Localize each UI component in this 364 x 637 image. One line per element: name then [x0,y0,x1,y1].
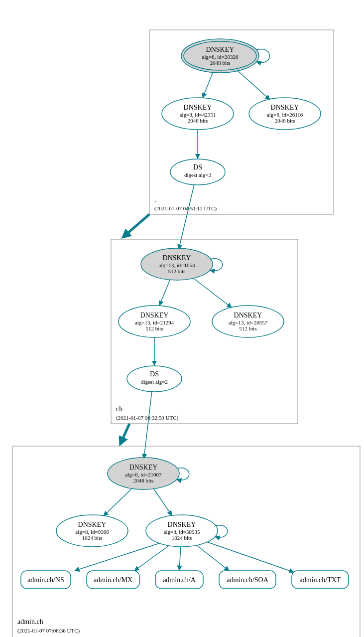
node-admin-zsk1: DNSKEY alg=8, id=9366 1024 bits [56,515,128,547]
edge-zsk2-mx [134,545,169,571]
node-rr-mx: admin.ch/MX [87,571,139,589]
svg-text:DS: DS [150,370,159,378]
svg-text:admin.ch/MX: admin.ch/MX [94,576,132,584]
svg-text:512 bits: 512 bits [239,325,256,331]
svg-text:1024 bits: 1024 bits [82,535,103,541]
node-ch-ds: DS digest alg=2 [127,366,182,392]
svg-text:alg=8, id=21007: alg=8, id=21007 [125,472,162,478]
node-root-zsk1: DNSKEY alg=8, id=42351 2048 bits [162,98,234,130]
edge-adminksk-zsk2 [153,488,172,515]
svg-text:DNSKEY: DNSKEY [271,104,299,111]
svg-text:DNSKEY: DNSKEY [184,104,212,111]
zone-root-timestamp: (2021-01-07 04:51:12 UTC) [154,205,217,212]
node-ch-zsk1: DNSKEY alg=13, id=21294 512 bits [119,306,190,337]
svg-text:admin.ch/A: admin.ch/A [163,576,196,584]
zone-root-name: . [154,196,156,203]
edge-adminksk-zsk1 [104,488,132,516]
node-root-zsk2: DNSKEY alg=8, id=26116 2048 bits [249,98,321,130]
svg-text:digest alg=2: digest alg=2 [141,379,168,385]
svg-text:DNSKEY: DNSKEY [78,521,107,528]
node-admin-ksk: DNSKEY alg=8, id=21007 2048 bits [108,458,179,489]
svg-text:alg=8, id=26116: alg=8, id=26116 [267,112,303,118]
edge-root-to-ch-deleg [123,214,149,237]
svg-text:2048 bits: 2048 bits [210,60,231,66]
node-rr-ns: admin.ch/NS [21,571,71,589]
edge-chksk-zsk2 [193,278,232,308]
edge-chksk-zsk1 [159,279,170,306]
zone-ch-name: ch [116,405,122,413]
svg-text:alg=8, id=42351: alg=8, id=42351 [180,112,216,118]
svg-text:alg=13, id=21294: alg=13, id=21294 [135,319,174,325]
svg-text:DNSKEY: DNSKEY [234,312,262,319]
dnssec-diagram: . (2021-01-07 04:51:12 UTC) DNSKEY alg=8… [5,5,364,637]
node-rr-txt: admin.ch/TXT [292,571,349,589]
svg-text:DNSKEY: DNSKEY [168,521,196,528]
zone-admin-timestamp: (2021-01-07 07:08:36 UTC) [17,628,80,634]
zone-admin-name: admin.ch [17,618,43,626]
svg-text:DNSKEY: DNSKEY [163,254,191,262]
edge-zsk2-soa [197,545,229,571]
node-ch-zsk2: DNSKEY alg=13, id=26557 512 bits [212,306,284,337]
svg-text:DNSKEY: DNSKEY [140,312,169,319]
zone-ch-timestamp: (2021-01-07 06:32:50 UTC) [116,415,179,421]
svg-text:alg=13, id=26557: alg=13, id=26557 [229,319,268,325]
svg-text:alg=8, id=58935: alg=8, id=58935 [164,529,200,535]
svg-text:admin.ch/NS: admin.ch/NS [27,576,64,584]
edge-rootksk-zsk2 [237,70,270,100]
svg-text:2048 bits: 2048 bits [275,118,295,124]
node-root-ds: DS digest alg=2 [170,159,225,185]
svg-text:admin.ch/SOA: admin.ch/SOA [227,576,268,584]
svg-text:alg=8, id=9366: alg=8, id=9366 [75,529,109,535]
svg-text:alg=8, id=20326: alg=8, id=20326 [202,54,239,60]
edge-zsk2-txt [207,542,294,572]
svg-text:2048 bits: 2048 bits [188,118,208,124]
svg-text:DS: DS [193,163,202,171]
svg-text:512 bits: 512 bits [145,325,163,331]
svg-text:DNSKEY: DNSKEY [129,464,158,471]
edge-zsk2-a [179,547,181,570]
svg-text:alg=13, id=1053: alg=13, id=1053 [159,262,195,268]
edge-zsk2-ns [75,543,159,571]
edge-ch-to-admin-deleg [121,424,129,444]
node-rr-soa: admin.ch/SOA [219,571,276,589]
node-root-ksk: DNSKEY alg=8, id=20326 2048 bits [181,39,259,73]
svg-text:admin.ch/TXT: admin.ch/TXT [300,576,341,584]
svg-text:512 bits: 512 bits [168,268,185,274]
svg-text:DNSKEY: DNSKEY [206,46,235,53]
node-rr-a: admin.ch/A [155,571,203,589]
svg-text:2048 bits: 2048 bits [133,478,154,483]
edge-rootksk-zsk1 [203,72,213,98]
node-ch-ksk: DNSKEY alg=13, id=1053 512 bits [141,248,213,280]
edge-chds-adminksk [144,391,152,459]
svg-text:1024 bits: 1024 bits [172,535,192,541]
svg-text:digest alg=2: digest alg=2 [184,172,211,178]
